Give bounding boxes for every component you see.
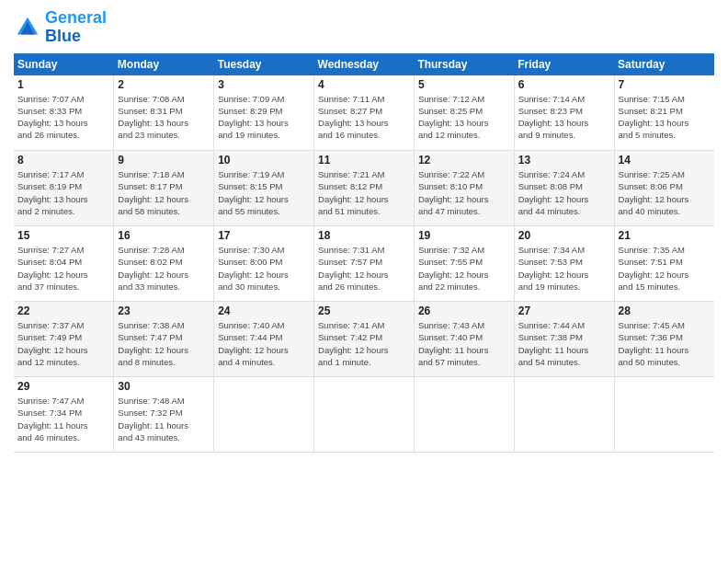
day-cell: 6Sunrise: 7:14 AM Sunset: 8:23 PM Daylig… — [514, 75, 614, 151]
day-number: 2 — [118, 78, 210, 91]
day-number: 10 — [218, 154, 310, 167]
weekday-header-row: SundayMondayTuesdayWednesdayThursdayFrid… — [14, 53, 714, 75]
day-number: 30 — [118, 380, 210, 393]
week-row-3: 15Sunrise: 7:27 AM Sunset: 8:04 PM Dayli… — [14, 226, 714, 302]
day-cell: 8Sunrise: 7:17 AM Sunset: 8:19 PM Daylig… — [14, 151, 114, 226]
day-number: 8 — [17, 154, 109, 167]
day-cell: 19Sunrise: 7:32 AM Sunset: 7:55 PM Dayli… — [414, 226, 514, 302]
day-number: 7 — [619, 78, 711, 91]
day-number: 23 — [118, 304, 210, 317]
day-cell: 23Sunrise: 7:38 AM Sunset: 7:47 PM Dayli… — [114, 302, 214, 377]
week-row-2: 8Sunrise: 7:17 AM Sunset: 8:19 PM Daylig… — [14, 151, 714, 226]
day-number: 26 — [418, 304, 510, 317]
week-row-1: 1Sunrise: 7:07 AM Sunset: 8:33 PM Daylig… — [14, 75, 714, 151]
day-cell: 7Sunrise: 7:15 AM Sunset: 8:21 PM Daylig… — [614, 75, 714, 151]
day-number: 19 — [418, 229, 510, 242]
day-cell: 21Sunrise: 7:35 AM Sunset: 7:51 PM Dayli… — [614, 226, 714, 302]
day-info: Sunrise: 7:30 AM Sunset: 8:00 PM Dayligh… — [218, 244, 310, 293]
day-info: Sunrise: 7:07 AM Sunset: 8:33 PM Dayligh… — [17, 93, 109, 142]
day-cell: 12Sunrise: 7:22 AM Sunset: 8:10 PM Dayli… — [414, 151, 514, 226]
day-cell: 22Sunrise: 7:37 AM Sunset: 7:49 PM Dayli… — [14, 302, 114, 377]
day-info: Sunrise: 7:19 AM Sunset: 8:15 PM Dayligh… — [218, 168, 310, 217]
logo-icon — [14, 14, 41, 41]
day-info: Sunrise: 7:18 AM Sunset: 8:17 PM Dayligh… — [118, 168, 210, 217]
day-number: 20 — [518, 229, 610, 242]
day-cell: 10Sunrise: 7:19 AM Sunset: 8:15 PM Dayli… — [214, 151, 314, 226]
day-info: Sunrise: 7:47 AM Sunset: 7:34 PM Dayligh… — [17, 395, 109, 443]
day-number: 28 — [619, 304, 711, 317]
day-info: Sunrise: 7:40 AM Sunset: 7:44 PM Dayligh… — [218, 319, 310, 368]
day-info: Sunrise: 7:37 AM Sunset: 7:49 PM Dayligh… — [17, 319, 109, 368]
day-cell: 13Sunrise: 7:24 AM Sunset: 8:08 PM Dayli… — [514, 151, 614, 226]
day-cell: 18Sunrise: 7:31 AM Sunset: 7:57 PM Dayli… — [314, 226, 415, 302]
weekday-header-saturday: Saturday — [614, 53, 714, 75]
day-number: 13 — [518, 154, 610, 167]
day-cell: 15Sunrise: 7:27 AM Sunset: 8:04 PM Dayli… — [14, 226, 114, 302]
day-info: Sunrise: 7:12 AM Sunset: 8:25 PM Dayligh… — [418, 93, 510, 142]
day-info: Sunrise: 7:43 AM Sunset: 7:40 PM Dayligh… — [418, 319, 510, 368]
day-cell: 2Sunrise: 7:08 AM Sunset: 8:31 PM Daylig… — [114, 75, 214, 151]
day-info: Sunrise: 7:17 AM Sunset: 8:19 PM Dayligh… — [17, 168, 109, 217]
day-info: Sunrise: 7:41 AM Sunset: 7:42 PM Dayligh… — [318, 319, 410, 368]
day-cell: 1Sunrise: 7:07 AM Sunset: 8:33 PM Daylig… — [14, 75, 114, 151]
day-number: 12 — [418, 154, 510, 167]
day-info: Sunrise: 7:38 AM Sunset: 7:47 PM Dayligh… — [118, 319, 210, 368]
day-number: 16 — [118, 229, 210, 242]
day-cell — [314, 377, 415, 453]
day-info: Sunrise: 7:32 AM Sunset: 7:55 PM Dayligh… — [418, 244, 510, 293]
day-info: Sunrise: 7:48 AM Sunset: 7:32 PM Dayligh… — [118, 395, 210, 443]
day-cell: 26Sunrise: 7:43 AM Sunset: 7:40 PM Dayli… — [414, 302, 514, 377]
day-number: 9 — [118, 154, 210, 167]
day-number: 1 — [17, 78, 109, 91]
day-cell: 3Sunrise: 7:09 AM Sunset: 8:29 PM Daylig… — [214, 75, 314, 151]
day-number: 3 — [218, 78, 310, 91]
day-cell: 25Sunrise: 7:41 AM Sunset: 7:42 PM Dayli… — [314, 302, 415, 377]
day-info: Sunrise: 7:45 AM Sunset: 7:36 PM Dayligh… — [619, 319, 711, 368]
day-number: 17 — [218, 229, 310, 242]
day-info: Sunrise: 7:24 AM Sunset: 8:08 PM Dayligh… — [518, 168, 610, 217]
page-container: General Blue SundayMondayTuesdayWednesda… — [0, 0, 728, 462]
day-cell: 17Sunrise: 7:30 AM Sunset: 8:00 PM Dayli… — [214, 226, 314, 302]
day-info: Sunrise: 7:09 AM Sunset: 8:29 PM Dayligh… — [218, 93, 310, 142]
logo-text: General Blue — [45, 9, 107, 46]
day-number: 21 — [619, 229, 711, 242]
weekday-header-friday: Friday — [514, 53, 614, 75]
day-number: 22 — [17, 304, 109, 317]
day-number: 6 — [518, 78, 610, 91]
day-info: Sunrise: 7:34 AM Sunset: 7:53 PM Dayligh… — [518, 244, 610, 293]
day-number: 24 — [218, 304, 310, 317]
day-info: Sunrise: 7:14 AM Sunset: 8:23 PM Dayligh… — [518, 93, 610, 142]
day-cell: 14Sunrise: 7:25 AM Sunset: 8:06 PM Dayli… — [614, 151, 714, 226]
calendar-table: SundayMondayTuesdayWednesdayThursdayFrid… — [14, 53, 714, 454]
day-info: Sunrise: 7:31 AM Sunset: 7:57 PM Dayligh… — [318, 244, 410, 293]
day-cell: 5Sunrise: 7:12 AM Sunset: 8:25 PM Daylig… — [414, 75, 514, 151]
day-number: 25 — [318, 304, 410, 317]
day-info: Sunrise: 7:35 AM Sunset: 7:51 PM Dayligh… — [619, 244, 711, 293]
day-cell: 24Sunrise: 7:40 AM Sunset: 7:44 PM Dayli… — [214, 302, 314, 377]
day-cell — [514, 377, 614, 453]
day-cell — [414, 377, 514, 453]
weekday-header-sunday: Sunday — [14, 53, 114, 75]
logo: General Blue — [14, 9, 107, 46]
day-cell: 28Sunrise: 7:45 AM Sunset: 7:36 PM Dayli… — [614, 302, 714, 377]
day-number: 5 — [418, 78, 510, 91]
day-info: Sunrise: 7:25 AM Sunset: 8:06 PM Dayligh… — [619, 168, 711, 217]
day-number: 18 — [318, 229, 410, 242]
day-number: 27 — [518, 304, 610, 317]
day-info: Sunrise: 7:15 AM Sunset: 8:21 PM Dayligh… — [619, 93, 711, 142]
day-info: Sunrise: 7:21 AM Sunset: 8:12 PM Dayligh… — [318, 168, 410, 217]
day-cell — [614, 377, 714, 453]
weekday-header-thursday: Thursday — [414, 53, 514, 75]
day-cell: 16Sunrise: 7:28 AM Sunset: 8:02 PM Dayli… — [114, 226, 214, 302]
day-cell: 27Sunrise: 7:44 AM Sunset: 7:38 PM Dayli… — [514, 302, 614, 377]
day-cell: 9Sunrise: 7:18 AM Sunset: 8:17 PM Daylig… — [114, 151, 214, 226]
day-number: 15 — [17, 229, 109, 242]
weekday-header-wednesday: Wednesday — [314, 53, 415, 75]
day-info: Sunrise: 7:08 AM Sunset: 8:31 PM Dayligh… — [118, 93, 210, 142]
day-number: 11 — [318, 154, 410, 167]
day-info: Sunrise: 7:28 AM Sunset: 8:02 PM Dayligh… — [118, 244, 210, 293]
week-row-5: 29Sunrise: 7:47 AM Sunset: 7:34 PM Dayli… — [14, 377, 714, 453]
day-cell: 30Sunrise: 7:48 AM Sunset: 7:32 PM Dayli… — [114, 377, 214, 453]
weekday-header-tuesday: Tuesday — [214, 53, 314, 75]
day-cell: 11Sunrise: 7:21 AM Sunset: 8:12 PM Dayli… — [314, 151, 415, 226]
